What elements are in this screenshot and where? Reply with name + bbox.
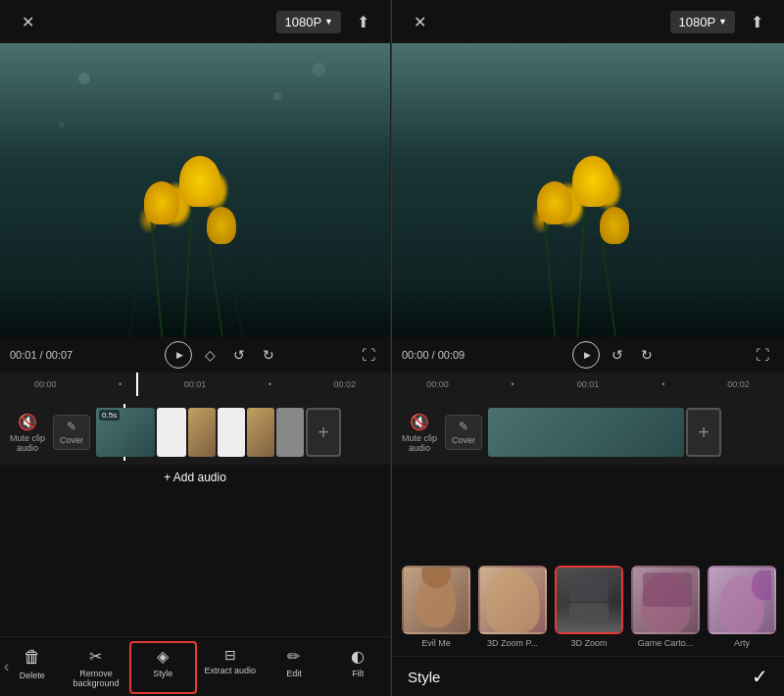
toolbar-extract-audio[interactable]: ⊟ Extract audio <box>198 643 262 692</box>
left-header-center: 1080P ▼ ⬆ <box>276 6 378 37</box>
right-control-icons: ▶ ↺ ↻ <box>488 341 743 369</box>
filter-strip: Evil Me 3D Zoom P... 3D Zoom Gam <box>392 558 784 656</box>
filter-icon: ◐ <box>351 647 365 666</box>
right-fullscreen-icon[interactable]: ⛶ <box>751 343 774 367</box>
right-close-button[interactable]: ✕ <box>404 6 435 37</box>
left-timeline-ruler: 00:00 • 00:01 • 00:02 <box>0 373 390 396</box>
toolbar-style[interactable]: ◈ Style <box>129 641 197 694</box>
extract-audio-label: Extract audio <box>204 666 256 675</box>
right-header-center: 1080P ▼ ⬆ <box>670 6 772 37</box>
right-spacer <box>392 465 784 558</box>
right-redo-icon[interactable]: ↻ <box>635 343 659 367</box>
filter-label-evil-me: Evil Me <box>421 638 451 648</box>
left-cover-button[interactable]: ✎ Cover <box>53 415 90 450</box>
right-mute-label: Mute clip audio <box>402 433 437 453</box>
toolbar-remove-bg[interactable]: ✂ Removebackground <box>64 643 127 692</box>
right-undo-icon[interactable]: ↺ <box>606 343 629 367</box>
filter-game-carto[interactable]: Game Carto... <box>631 566 700 648</box>
left-resolution-button[interactable]: 1080P ▼ <box>276 11 341 33</box>
filter-3d-zoom-p[interactable]: 3D Zoom P... <box>478 566 547 648</box>
left-ruler-marks: 00:00 • 00:01 • 00:02 <box>8 379 382 389</box>
filter-thumb-arty <box>708 566 776 634</box>
right-timeline-ruler: 00:00 • 00:01 • 00:02 <box>392 373 784 396</box>
clip-main[interactable]: 0.5s <box>96 408 155 457</box>
left-add-audio-row: + Add audio <box>0 465 390 490</box>
ruler-mark-1: • <box>82 379 157 389</box>
remove-bg-label: Removebackground <box>73 669 119 688</box>
delete-icon: 🗑 <box>24 647 41 668</box>
filter-arty[interactable]: Arty <box>708 566 776 648</box>
ruler-mark-3: • <box>232 379 307 389</box>
add-clip-button[interactable]: + <box>306 408 341 457</box>
right-clip-main[interactable] <box>488 408 684 457</box>
clip-duration: 0.5s <box>99 410 120 421</box>
right-add-clip-button[interactable]: + <box>686 408 721 457</box>
clip-flowers[interactable] <box>188 408 216 457</box>
left-track-clips: 0.5s + <box>96 408 382 457</box>
clip-white-1[interactable] <box>157 408 186 457</box>
clip-white-2[interactable] <box>218 408 245 457</box>
left-track-area: 🔇 Mute clip audio ✎ Cover 0.5s + <box>0 396 390 465</box>
toolbar-edit[interactable]: ✏ Edit <box>262 643 325 692</box>
edit-label: Edit <box>286 669 302 678</box>
right-play-button[interactable]: ▶ <box>572 341 600 369</box>
right-ruler-mark-2: 00:01 <box>551 379 626 389</box>
left-track-side: 🔇 Mute clip audio <box>8 413 47 453</box>
clip-4[interactable] <box>276 408 304 457</box>
right-header: ✕ 1080P ▼ ⬆ <box>392 0 784 43</box>
right-resolution-button[interactable]: 1080P ▼ <box>670 11 735 33</box>
left-control-icons: ▶ ◇ ↺ ↻ <box>96 341 349 369</box>
right-track-side: 🔇 Mute clip audio <box>400 413 439 453</box>
mute-icon: 🔇 <box>18 413 37 431</box>
right-track-clips: + <box>488 408 776 457</box>
edit-icon: ✏ <box>287 647 300 666</box>
right-panel: ✕ 1080P ▼ ⬆ 00:00 / 00:09 <box>392 0 784 696</box>
ruler-mark-2: 00:01 <box>158 379 232 389</box>
filter-thumb-3d-zoom-p <box>478 566 547 634</box>
right-mute-icon: 🔇 <box>410 413 429 431</box>
right-cover-icon: ✎ <box>452 420 475 433</box>
right-time-display: 00:00 / 00:09 <box>402 349 480 361</box>
filter-label-game-carto: Game Carto... <box>638 638 694 648</box>
filter-thumb-evil-me <box>402 566 470 634</box>
filter-3d-zoom[interactable]: 3D Zoom <box>555 566 623 648</box>
toolbar-delete[interactable]: 🗑 Delete <box>0 643 64 692</box>
left-playback-controls: 00:01 / 00:07 ▶ ◇ ↺ ↻ ⛶ <box>0 337 390 373</box>
left-export-button[interactable]: ⬆ <box>347 6 378 37</box>
left-keyframe-icon[interactable]: ◇ <box>198 343 221 367</box>
ruler-mark-0: 00:00 <box>8 379 82 389</box>
right-ruler-mark-4: 00:02 <box>701 379 776 389</box>
filter-label: Filt <box>352 669 364 678</box>
mute-label: Mute clip audio <box>10 433 45 453</box>
right-video-frame <box>392 43 784 337</box>
left-time-display: 00:01 / 00:07 <box>10 349 88 361</box>
left-redo-icon[interactable]: ↻ <box>257 343 280 367</box>
add-audio-button[interactable]: + Add audio <box>164 471 226 484</box>
filter-label-3d-zoom-p: 3D Zoom P... <box>487 638 538 648</box>
right-ruler-mark-3: • <box>625 379 701 389</box>
right-ruler-mark-1: • <box>475 379 551 389</box>
style-title: Style <box>408 669 440 685</box>
filter-thumb-game-carto <box>631 566 700 634</box>
left-undo-icon[interactable]: ↺ <box>227 343 251 367</box>
left-bottom-toolbar: ‹ 🗑 Delete ✂ Removebackground ◈ Style ⊟ … <box>0 636 390 696</box>
clip-3[interactable] <box>247 408 274 457</box>
left-play-button[interactable]: ▶ <box>165 341 192 369</box>
right-video-preview <box>392 43 784 337</box>
ruler-mark-4: 00:02 <box>308 379 382 389</box>
filter-evil-me[interactable]: Evil Me <box>402 566 470 648</box>
left-fullscreen-icon[interactable]: ⛶ <box>357 343 380 367</box>
filter-label-arty: Arty <box>734 638 750 648</box>
right-cover-button[interactable]: ✎ Cover <box>445 415 482 450</box>
right-export-button[interactable]: ⬆ <box>741 6 772 37</box>
style-confirm-button[interactable]: ✓ <box>752 665 768 688</box>
toolbar-filter[interactable]: ◐ Filt <box>326 643 390 692</box>
left-close-button[interactable]: ✕ <box>12 6 43 37</box>
filter-thumb-3d-zoom <box>555 566 623 634</box>
cover-icon: ✎ <box>60 420 83 433</box>
left-video-frame <box>0 43 390 337</box>
style-icon: ◈ <box>157 647 169 666</box>
right-track-area: 🔇 Mute clip audio ✎ Cover + <box>392 396 784 465</box>
delete-label: Delete <box>20 671 45 680</box>
style-label: Style <box>153 669 172 678</box>
